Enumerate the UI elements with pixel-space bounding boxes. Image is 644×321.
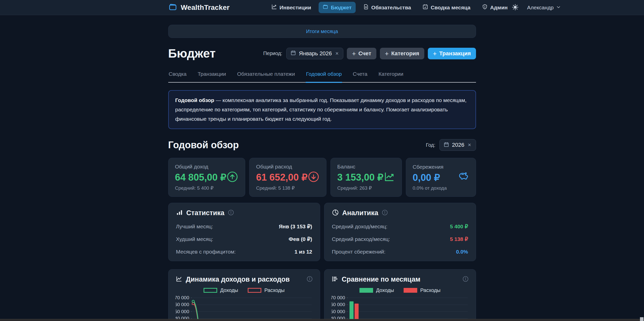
scrollbar-thumb[interactable] [640, 317, 643, 321]
year-select[interactable]: 2026 × [439, 139, 476, 151]
line-chart: 010 00020 00030 00040 00050 00060 00070 … [176, 294, 313, 321]
kv-label: Месяцев с профицитом: [176, 249, 236, 255]
wallet-logo-icon [168, 3, 177, 12]
nav-item-investments[interactable]: Инвестиции [267, 2, 315, 13]
button-label: Транзакция [439, 50, 471, 57]
nav-item-budget[interactable]: Бюджет [319, 2, 355, 13]
stat-sub: 0.0% от дохода [413, 185, 447, 191]
svg-text:60 000: 60 000 [176, 302, 189, 307]
kv-value: 0.0% [456, 249, 468, 255]
statistics-card: Статистика Лучший месяц: Янв (3 153 ₽) Х… [168, 203, 320, 261]
legend-item[interactable]: Доходы [359, 287, 394, 293]
analytics-card: Аналитика Средний доход/месяц: 5 400 ₽ С… [324, 203, 476, 261]
tab-accounts[interactable]: Счета [352, 71, 368, 82]
legend-swatch [359, 288, 373, 293]
stat-sub: Средний: 5 138 ₽ [256, 185, 307, 191]
main-menu: Инвестиции Бюджет Обязательства [267, 2, 512, 13]
kv-label: Худший месяц: [176, 236, 213, 242]
svg-text:50 000: 50 000 [331, 309, 345, 314]
stat-value: 61 652,00 ₽ [256, 172, 307, 183]
legend-item[interactable]: Расходы [404, 287, 440, 293]
nav-label: Обязательства [371, 5, 411, 11]
year-label: Год: [426, 142, 435, 148]
analytics-row-avg-income: Средний доход/месяц: 5 400 ₽ [332, 224, 468, 230]
stat-card-balance: Баланс 3 153,00 ₽ Средний: 263 ₽ [330, 158, 402, 197]
stat-sub: Средний: 5 400 ₽ [175, 185, 227, 191]
bar-chart: 010 00020 00030 00040 00050 00060 00070 … [331, 294, 469, 321]
horizontal-scrollbar[interactable] [0, 319, 644, 321]
kv-label: Процент сбережений: [332, 249, 386, 255]
budget-tabs: Сводка Транзакции Обязательные платежи Г… [168, 71, 476, 83]
legend-label: Расходы [420, 287, 440, 293]
shield-alert-icon [482, 4, 488, 11]
page-title: Бюджет [168, 46, 216, 60]
section-title: Годовой обзор [168, 140, 239, 151]
nav-label: Админ [490, 5, 508, 11]
arrow-up-circle-icon [226, 171, 238, 184]
theme-toggle-button[interactable] [512, 4, 519, 11]
stat-label: Общий расход [256, 164, 307, 170]
stat-label: Общий доход [175, 164, 227, 170]
year-clear-button[interactable]: × [467, 142, 472, 148]
legend-label: Доходы [220, 287, 238, 293]
annual-overview-info-box: Годовой обзор — комплексная аналитика за… [168, 90, 476, 129]
period-label: Период: [263, 51, 282, 56]
year-value: 2026 [452, 142, 464, 148]
line-chart-icon [176, 276, 182, 283]
brand-logo[interactable]: WealthTracker [168, 3, 230, 12]
svg-text:60 000: 60 000 [331, 302, 345, 307]
stat-value: 0,00 ₽ [413, 172, 447, 183]
income-expense-dynamics-chart-card: Динамика доходов и расходов ДоходыРасход… [168, 269, 320, 321]
nav-item-admin[interactable]: Админ [478, 2, 512, 13]
arrow-down-circle-icon [307, 171, 320, 184]
add-account-button[interactable]: + Счет [347, 48, 376, 59]
add-transaction-button[interactable]: + Транзакция [428, 48, 476, 59]
nav-label: Бюджет [331, 5, 351, 11]
info-icon[interactable] [306, 276, 313, 283]
piggy-bank-icon [457, 171, 469, 184]
info-icon[interactable] [382, 209, 388, 217]
legend-swatch [248, 288, 261, 293]
chart-line-icon [383, 171, 395, 184]
month-summary-banner: Итоги месяца [168, 25, 476, 38]
monthly-comparison-chart-card: Сравнение по месяцам ДоходыРасходы 010 0… [324, 269, 476, 321]
svg-text:50 000: 50 000 [176, 309, 189, 314]
period-clear-button[interactable]: × [335, 50, 339, 57]
tab-summary[interactable]: Сводка [168, 71, 187, 82]
legend-item[interactable]: Доходы [204, 287, 238, 293]
calendar-icon [291, 50, 296, 57]
calendar-icon [444, 142, 449, 148]
stat-row-best-month: Лучший месяц: Янв (3 153 ₽) [176, 224, 312, 230]
nav-item-month-summary[interactable]: Сводка месяца [418, 2, 474, 13]
stat-label: Сбережения [413, 164, 447, 170]
nav-label: Сводка месяца [431, 5, 470, 11]
tab-categories[interactable]: Категории [378, 71, 404, 82]
user-menu[interactable]: Александр [527, 5, 561, 11]
info-text: — комплексная аналитика за выбранный год… [175, 97, 467, 122]
plus-icon: + [385, 51, 389, 56]
chevron-down-icon [556, 5, 561, 11]
kv-label: Средний доход/месяц: [332, 224, 387, 230]
info-icon[interactable] [462, 276, 469, 283]
legend-swatch [404, 288, 417, 293]
panel-title: Статистика [186, 209, 225, 217]
kv-value: 5 400 ₽ [450, 224, 468, 230]
chart-legend: ДоходыРасходы [331, 287, 469, 293]
legend-label: Доходы [376, 287, 394, 293]
kv-value: 5 138 ₽ [450, 236, 468, 242]
chart-title: Динамика доходов и расходов [186, 276, 290, 283]
pie-chart-icon [332, 209, 339, 217]
kv-label: Средний расход/месяц: [332, 236, 390, 242]
button-label: Категория [391, 50, 419, 57]
horizontal-bars-icon [331, 276, 338, 283]
nav-item-liabilities[interactable]: Обязательства [359, 2, 415, 13]
add-category-button[interactable]: + Категория [380, 48, 424, 59]
tab-transactions[interactable]: Транзакции [197, 71, 227, 82]
tab-annual-overview[interactable]: Годовой обзор [305, 71, 342, 82]
month-summary-link[interactable]: Итоги месяца [306, 29, 338, 34]
stat-card-savings: Сбережения 0,00 ₽ 0.0% от дохода [406, 158, 476, 197]
info-icon[interactable] [228, 209, 234, 217]
tab-mandatory-payments[interactable]: Обязательные платежи [237, 71, 295, 82]
period-select[interactable]: Январь 2026 × [286, 48, 343, 59]
legend-item[interactable]: Расходы [248, 287, 285, 293]
